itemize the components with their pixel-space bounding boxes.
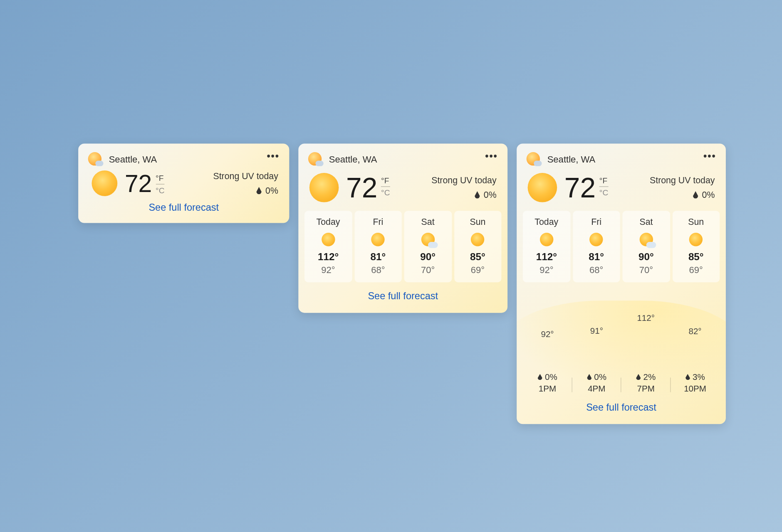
uv-alert-label: Strong UV today — [431, 175, 496, 185]
unit-celsius[interactable]: °C — [599, 187, 608, 197]
forecast-low: 92° — [307, 265, 349, 275]
raindrop-icon — [587, 374, 592, 380]
location-label: Seattle, WA — [329, 154, 377, 164]
forecast-low: 68° — [357, 265, 399, 275]
more-options-button[interactable]: ••• — [485, 152, 498, 161]
forecast-day[interactable]: Sat90°70° — [404, 211, 452, 282]
precip-percent: 0% — [484, 190, 497, 200]
more-options-button[interactable]: ••• — [267, 152, 280, 161]
hourly-temp: 112° — [621, 313, 671, 323]
hourly-time: 1PM — [523, 384, 572, 394]
forecast-day-label: Fri — [357, 217, 399, 227]
weather-app-icon — [308, 152, 322, 165]
see-full-forecast-link[interactable]: See full forecast — [298, 282, 507, 313]
daily-forecast-row: Today112°92°Fri81°68°Sat90°70°Sun85°69° — [517, 204, 726, 282]
forecast-day[interactable]: Today112°92° — [523, 211, 570, 282]
precip-percent: 0% — [702, 190, 715, 200]
partly-cloudy-icon — [421, 233, 434, 246]
hourly-temp: 82° — [671, 326, 720, 336]
current-temperature: 72 — [125, 171, 152, 196]
sun-icon — [371, 233, 385, 246]
hourly-column[interactable]: 82°3%10PM — [671, 290, 720, 394]
hourly-time: 10PM — [671, 384, 720, 394]
forecast-day-label: Sat — [407, 217, 449, 227]
raindrop-icon — [693, 191, 698, 199]
raindrop-icon — [685, 374, 690, 380]
hourly-column[interactable]: 91°0%4PM — [572, 290, 621, 394]
unit-celsius[interactable]: °C — [381, 187, 390, 197]
raindrop-icon — [537, 374, 542, 380]
sun-icon — [92, 170, 118, 196]
weather-widget-large: Seattle, WA ••• 72 °F °C Strong UV today… — [517, 143, 726, 424]
sun-icon — [540, 233, 553, 246]
forecast-day[interactable]: Sun85°69° — [672, 211, 720, 282]
daily-forecast-row: Today112°92°Fri81°68°Sat90°70°Sun85°69° — [298, 204, 507, 282]
hourly-precip: 3% — [693, 372, 705, 382]
forecast-low: 68° — [575, 265, 618, 275]
hourly-precip: 0% — [594, 372, 606, 382]
forecast-high: 112° — [525, 251, 568, 263]
forecast-day-label: Sun — [675, 217, 717, 227]
forecast-day-label: Today — [525, 217, 568, 227]
precip-percent: 0% — [265, 186, 278, 196]
current-temperature: 72 — [564, 173, 596, 202]
hourly-time: 4PM — [572, 384, 621, 394]
forecast-high: 112° — [307, 251, 349, 263]
see-full-forecast-link[interactable]: See full forecast — [78, 196, 289, 223]
sun-icon — [309, 173, 339, 202]
forecast-day[interactable]: Sun85°69° — [454, 211, 501, 282]
unit-celsius[interactable]: °C — [156, 185, 164, 195]
hourly-column[interactable]: 112°2%7PM — [621, 290, 671, 394]
weather-widget-medium: Seattle, WA ••• 72 °F °C Strong UV today… — [298, 143, 507, 313]
forecast-low: 69° — [675, 265, 717, 275]
forecast-day-label: Sat — [625, 217, 667, 227]
forecast-low: 70° — [625, 265, 667, 275]
location-label: Seattle, WA — [547, 154, 596, 164]
forecast-high: 81° — [575, 251, 618, 263]
weather-app-icon — [527, 152, 540, 165]
raindrop-icon — [475, 191, 480, 199]
forecast-low: 70° — [407, 265, 449, 275]
partly-cloudy-icon — [639, 233, 653, 246]
forecast-high: 85° — [456, 251, 499, 263]
hourly-column[interactable]: 92°0%1PM — [523, 290, 572, 394]
forecast-day[interactable]: Fri81°68° — [354, 211, 402, 282]
raindrop-icon — [256, 187, 262, 195]
hourly-precip: 0% — [545, 372, 557, 382]
forecast-day-label: Fri — [575, 217, 618, 227]
weather-app-icon — [88, 152, 101, 165]
forecast-day[interactable]: Fri81°68° — [573, 211, 620, 282]
forecast-day-label: Today — [307, 217, 349, 227]
sun-icon — [322, 233, 335, 246]
hourly-precip: 2% — [643, 372, 656, 382]
unit-fahrenheit[interactable]: °F — [156, 173, 164, 184]
forecast-day-label: Sun — [456, 217, 499, 227]
hourly-time: 7PM — [621, 384, 671, 394]
forecast-high: 90° — [407, 251, 449, 263]
forecast-low: 92° — [525, 265, 568, 275]
forecast-day[interactable]: Sat90°70° — [622, 211, 670, 282]
forecast-low: 69° — [456, 265, 499, 275]
raindrop-icon — [636, 374, 641, 380]
hourly-temp: 92° — [523, 329, 572, 339]
sun-icon — [528, 173, 557, 202]
forecast-high: 85° — [675, 251, 717, 263]
unit-fahrenheit[interactable]: °F — [599, 176, 608, 187]
sun-icon — [589, 233, 603, 246]
hourly-forecast-section: 92°0%1PM91°0%4PM112°2%7PM82°3%10PM — [523, 290, 720, 394]
more-options-button[interactable]: ••• — [703, 152, 716, 161]
uv-alert-label: Strong UV today — [213, 171, 278, 181]
forecast-high: 81° — [357, 251, 399, 263]
location-label: Seattle, WA — [109, 154, 157, 164]
uv-alert-label: Strong UV today — [650, 175, 715, 185]
weather-widget-small: Seattle, WA ••• 72 °F °C Strong UV today… — [78, 143, 289, 223]
hourly-temp: 91° — [572, 326, 621, 336]
forecast-day[interactable]: Today112°92° — [304, 211, 352, 282]
forecast-high: 90° — [625, 251, 667, 263]
unit-fahrenheit[interactable]: °F — [381, 176, 390, 187]
sun-icon — [689, 233, 703, 246]
current-temperature: 72 — [346, 173, 377, 202]
sun-icon — [471, 233, 484, 246]
